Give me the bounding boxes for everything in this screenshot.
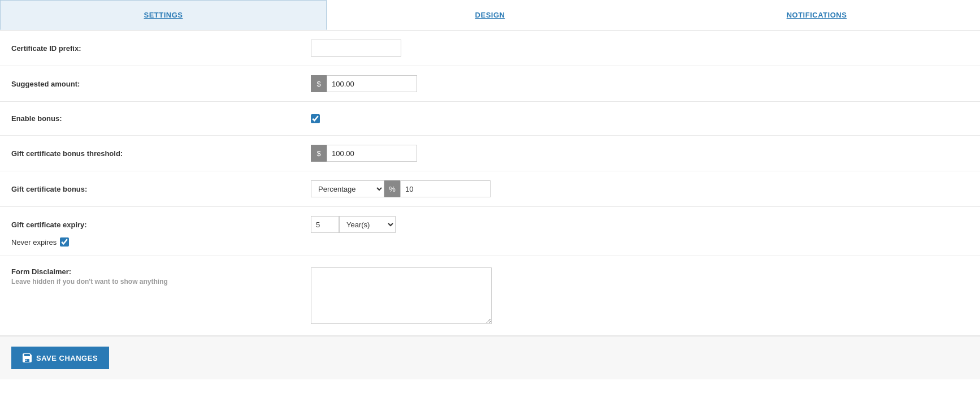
row-certificate-id: Certificate ID prefix: [0, 31, 980, 66]
row-bonus: Gift certificate bonus: Percentage Fixed… [0, 171, 980, 207]
tab-design[interactable]: DESIGN [327, 0, 653, 30]
expiry-label: Gift certificate expiry: [11, 221, 311, 229]
expiry-unit-select[interactable]: Year(s) Month(s) Day(s) [339, 216, 396, 233]
disclaimer-label-area: Form Disclaimer: Leave hidden if you don… [11, 267, 311, 286]
bonus-threshold-control: $ [311, 145, 969, 162]
currency-prefix-dollar: $ [311, 75, 327, 92]
tab-bar: SETTINGS DESIGN NOTIFICATIONS [0, 0, 980, 31]
svg-rect-0 [25, 360, 27, 361]
bonus-label: Gift certificate bonus: [11, 185, 311, 193]
bonus-threshold-label: Gift certificate bonus threshold: [11, 149, 311, 158]
suggested-amount-input[interactable] [327, 75, 417, 92]
row-expiry: Gift certificate expiry: Year(s) Month(s… [0, 207, 980, 256]
bonus-type-select[interactable]: Percentage Fixed [311, 180, 384, 197]
never-expires-row: Never expires [11, 237, 69, 247]
suggested-amount-label: Suggested amount: [11, 80, 311, 88]
enable-bonus-control [311, 114, 969, 123]
expiry-number-input[interactable] [311, 216, 339, 233]
row-disclaimer: Form Disclaimer: Leave hidden if you don… [0, 256, 980, 336]
save-changes-label: SAVE CHANGES [36, 354, 98, 362]
expiry-top: Gift certificate expiry: Year(s) Month(s… [11, 216, 969, 233]
save-area: SAVE CHANGES [0, 336, 980, 379]
bonus-control: Percentage Fixed % [311, 180, 969, 197]
suggested-amount-control: $ [311, 75, 969, 92]
page-wrapper: SETTINGS DESIGN NOTIFICATIONS Certificat… [0, 0, 980, 402]
certificate-id-input[interactable] [311, 40, 401, 57]
certificate-id-label: Certificate ID prefix: [11, 44, 311, 53]
save-changes-button[interactable]: SAVE CHANGES [11, 347, 109, 369]
currency-prefix-threshold: $ [311, 145, 327, 162]
disclaimer-textarea[interactable] [311, 267, 492, 324]
never-expires-label: Never expires [11, 238, 57, 247]
enable-bonus-checkbox[interactable] [311, 114, 320, 123]
tab-notifications[interactable]: NOTIFICATIONS [653, 0, 980, 30]
save-icon [23, 353, 32, 362]
disclaimer-subtitle: Leave hidden if you don't want to show a… [11, 278, 311, 286]
percent-prefix: % [384, 180, 400, 197]
bonus-value-input[interactable] [400, 180, 491, 197]
row-bonus-threshold: Gift certificate bonus threshold: $ [0, 136, 980, 171]
certificate-id-control [311, 40, 969, 57]
enable-bonus-label: Enable bonus: [11, 114, 311, 123]
expiry-control: Year(s) Month(s) Day(s) [311, 216, 396, 233]
row-enable-bonus: Enable bonus: [0, 102, 980, 136]
settings-form: Certificate ID prefix: Suggested amount:… [0, 31, 980, 336]
bonus-threshold-input[interactable] [327, 145, 417, 162]
row-suggested-amount: Suggested amount: $ [0, 66, 980, 102]
disclaimer-control [311, 267, 969, 324]
tab-settings[interactable]: SETTINGS [0, 0, 327, 30]
disclaimer-title: Form Disclaimer: [11, 267, 311, 276]
never-expires-checkbox[interactable] [60, 237, 69, 247]
